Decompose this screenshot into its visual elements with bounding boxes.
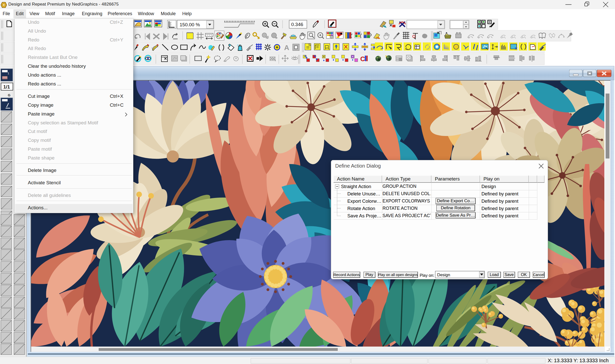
svg-text:0.346: 0.346 bbox=[291, 22, 303, 27]
svg-text:150.00 %: 150.00 % bbox=[180, 22, 200, 27]
svg-text:C: C bbox=[360, 55, 365, 63]
svg-text:1/1: 1/1 bbox=[3, 84, 10, 89]
svg-text:G: G bbox=[8, 93, 10, 97]
svg-text:1: 1 bbox=[8, 72, 9, 75]
svg-text:A: A bbox=[284, 44, 289, 52]
